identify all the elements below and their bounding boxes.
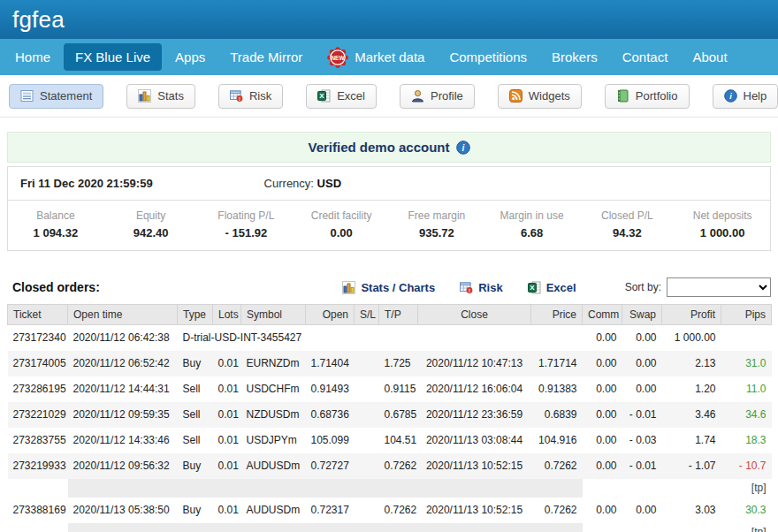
widgets-button[interactable]: Widgets	[498, 84, 582, 109]
cell-open-time: 2020/11/12 09:56:32	[68, 453, 178, 479]
nav-item-contact[interactable]: Contact	[611, 43, 680, 71]
order-row: 2731740052020/11/12 06:52:42Buy0.01EURNZ…	[8, 351, 772, 376]
nav-item-label: About	[692, 49, 727, 65]
cell-swap: 0.00	[622, 498, 662, 523]
svg-text:!: !	[239, 96, 240, 102]
cell-lots: 0.01	[213, 428, 241, 453]
account-panel: Fri 11 Dec 2020 21:59:59 Currency: USD B…	[7, 166, 771, 251]
cell-annotation-band	[68, 523, 583, 532]
cell-profit: 3.03	[662, 498, 721, 523]
cell-open-time: 2020/11/12 06:42:38	[68, 325, 178, 351]
orders-header-row: TicketOpen timeTypeLotsSymbolOpenS/LT/PC…	[8, 305, 772, 325]
cell-profit: - 1.07	[662, 453, 721, 479]
col-header-comm: Comm	[583, 305, 622, 325]
link-excel[interactable]: XExcel	[528, 281, 576, 294]
closed-orders-title: Closed orders:	[12, 280, 100, 294]
annotation-row: [tp]	[8, 523, 772, 532]
col-header-pips: Pips	[721, 305, 772, 325]
statement-datetime: Fri 11 Dec 2020 21:59:59	[20, 177, 153, 190]
nav-item-competitions[interactable]: Competitions	[438, 43, 538, 71]
orders-table-head: TicketOpen timeTypeLotsSymbolOpenS/LT/PC…	[8, 305, 772, 325]
cell-tp: 1.725	[379, 351, 418, 376]
cell-close: 2020/11/13 10:52:15	[418, 498, 531, 523]
sort-by-select[interactable]	[667, 277, 771, 297]
statement-button[interactable]: Statement	[9, 84, 103, 109]
portfolio-button[interactable]: Portfolio	[605, 84, 690, 109]
col-header-open-time: Open time	[68, 305, 178, 325]
orders-table-body: 2731723402020/11/12 06:42:38D-trial-USD-…	[8, 325, 772, 532]
cell-type: Sell	[178, 376, 213, 402]
site-header: fgfea	[0, 0, 778, 39]
nav-item-apps[interactable]: Apps	[164, 43, 217, 71]
deposit-row: 2731723402020/11/12 06:42:38D-trial-USD-…	[8, 325, 772, 351]
cell-tp: 0.6785	[379, 402, 418, 428]
new-badge-icon: NEW	[327, 47, 348, 68]
nav-item-market-data[interactable]: NEWMarket data	[316, 41, 436, 74]
profile-button[interactable]: Profile	[400, 84, 475, 109]
cell-price: 0.7262	[531, 498, 583, 523]
cell-type: Buy	[178, 453, 213, 479]
col-header-lots: Lots	[213, 305, 241, 325]
verified-banner-text: Verified demo account	[308, 140, 449, 155]
stat-value: 1 094.32	[8, 226, 103, 239]
stat-floating-p-l: Floating P/L- 151.92	[199, 209, 294, 239]
nav-item-label: Contact	[622, 49, 668, 65]
cell-price: 0.7262	[531, 453, 583, 479]
cell-comm: 0.00	[583, 351, 622, 376]
cell-ticket: 273172340	[8, 325, 68, 351]
help-button[interactable]: iHelp	[713, 84, 778, 109]
stat-label: Closed P/L	[580, 209, 675, 222]
stat-value: 942.40	[103, 226, 199, 239]
cell-comm: 0.00	[583, 325, 622, 351]
toolbar: StatementStats!RiskXExcelProfileWidgetsP…	[0, 75, 778, 118]
link-stats-charts[interactable]: Stats / Charts	[342, 281, 435, 294]
cell-open: 105.099	[306, 428, 355, 453]
cell-tp: 0.7262	[379, 453, 418, 479]
cell-type: Sell	[178, 428, 213, 453]
cell-empty	[662, 523, 721, 532]
cell-comm: 0.00	[583, 498, 622, 523]
sort-by-label: Sort by:	[625, 281, 661, 293]
col-header-swap: Swap	[622, 305, 662, 325]
nav-item-label: Apps	[175, 49, 205, 65]
stats-button[interactable]: Stats	[126, 84, 195, 109]
cell-ticket: 273221029	[8, 402, 68, 428]
stats-icon	[138, 89, 151, 103]
button-label: Portfolio	[636, 89, 678, 103]
info-icon[interactable]: i	[456, 141, 470, 155]
cell-close: 2020/11/13 03:08:44	[418, 428, 531, 453]
stat-margin-in-use: Margin in use6.68	[484, 209, 580, 239]
cell-ticket: 273286195	[8, 376, 68, 402]
cell-lots: 0.01	[213, 498, 241, 523]
button-label: Statement	[40, 89, 92, 103]
col-header-profit: Profit	[662, 305, 721, 325]
sort-group: Sort by:	[625, 277, 771, 297]
cell-pips: 30.3	[721, 498, 772, 523]
button-label: Help	[744, 89, 767, 103]
col-header-s-l: S/L	[355, 305, 379, 325]
cell-pips: 11.0	[721, 376, 772, 402]
cell-pips	[721, 325, 772, 351]
nav-item-brokers[interactable]: Brokers	[540, 43, 609, 71]
cell-note: [tp]	[721, 479, 772, 498]
stat-equity: Equity942.40	[103, 209, 199, 239]
stat-label: Floating P/L	[199, 209, 294, 222]
risk-button[interactable]: !Risk	[218, 84, 283, 109]
stat-net-deposits: Net deposits1 000.00	[675, 209, 770, 239]
excel-button[interactable]: XExcel	[306, 84, 377, 109]
nav-item-fx-blue-live[interactable]: FX Blue Live	[64, 43, 162, 71]
excel-icon: X	[528, 281, 541, 294]
svg-text:NEW: NEW	[332, 54, 346, 60]
nav-item-trade-mirror[interactable]: Trade Mirror	[218, 43, 314, 71]
main-nav: HomeFX Blue LiveAppsTrade MirrorNEWMarke…	[0, 39, 778, 75]
stat-value: 94.32	[580, 226, 675, 239]
link-risk[interactable]: !Risk	[460, 281, 502, 294]
stat-balance: Balance1 094.32	[8, 209, 103, 239]
closed-orders-table: TicketOpen timeTypeLotsSymbolOpenS/LT/PC…	[7, 304, 772, 532]
cell-pips: 31.0	[721, 351, 772, 376]
verified-banner: Verified demo account i	[7, 132, 771, 163]
cell-empty	[8, 479, 68, 498]
nav-item-home[interactable]: Home	[4, 43, 62, 71]
nav-item-about[interactable]: About	[681, 43, 738, 71]
cell-note: [tp]	[721, 523, 772, 532]
